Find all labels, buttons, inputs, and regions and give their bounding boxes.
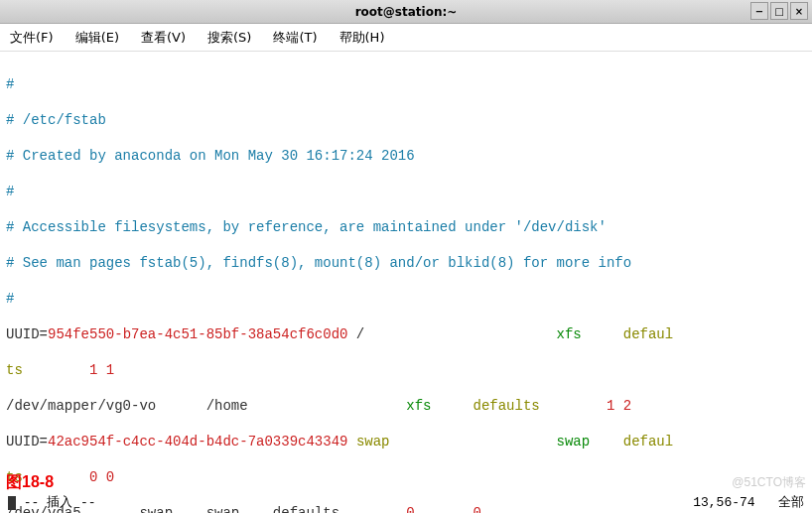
fs-type: xfs (406, 398, 431, 414)
uuid-prefix: UUID= (6, 326, 48, 342)
window-title: root@station:~ (355, 5, 458, 19)
sp (347, 434, 355, 449)
comment-line: # /etc/fstab (6, 111, 806, 129)
menu-file[interactable]: 文件(F) (6, 27, 58, 49)
cursor-position: 13,56-74 (693, 495, 754, 510)
comment-line: # (6, 75, 806, 93)
vim-statusline: -- 插入 -- 13,56-74 全部 (0, 493, 812, 511)
dump-pass: 1 1 (23, 362, 114, 378)
fs-options: defaul (623, 434, 673, 449)
fs-type: xfs (557, 326, 582, 342)
menu-help[interactable]: 帮助(H) (336, 27, 389, 49)
swap-label: swap (356, 434, 390, 449)
comment-line: # See man pages fstab(5), findfs(8), mou… (6, 254, 806, 272)
fstab-line-home: /dev/mapper/vg0-vo /home xfs defaults 1 … (6, 397, 806, 415)
uuid-prefix: UUID= (6, 434, 48, 449)
sp (590, 434, 623, 449)
minimize-button[interactable]: − (750, 2, 768, 20)
fstab-line-root-wrap: ts 1 1 (6, 361, 806, 379)
uuid-value: 954fe550-b7ea-4c51-85bf-38a54cf6c0d0 (48, 326, 347, 342)
dump-pass: 1 2 (540, 398, 631, 414)
comment-line: # (6, 290, 806, 308)
window-controls: − □ × (750, 2, 808, 20)
watermark: @51CTO博客 (732, 474, 806, 491)
terminal-area[interactable]: # # /etc/fstab # Created by anaconda on … (0, 52, 812, 513)
fstab-line-swap: UUID=42ac954f-c4cc-404d-b4dc-7a0339c4334… (6, 433, 806, 450)
fs-type: swap (557, 434, 591, 449)
menu-term[interactable]: 终端(T) (269, 27, 321, 49)
fs-options: defaul (623, 326, 673, 342)
menu-edit[interactable]: 编辑(E) (71, 27, 123, 49)
fs-options: defaults (474, 398, 540, 414)
comment-line: # Accessible filesystems, by reference, … (6, 218, 806, 236)
vim-mode-text: -- 插入 -- (24, 495, 96, 510)
menu-view[interactable]: 查看(V) (137, 27, 190, 49)
device-path: /dev/mapper/vg0-vo /home (6, 398, 406, 414)
menu-search[interactable]: 搜索(S) (203, 27, 255, 49)
comment-line: # Created by anaconda on Mon May 30 16:1… (6, 147, 806, 165)
maximize-button[interactable]: □ (770, 2, 788, 20)
fs-options-wrap: ts (6, 362, 23, 378)
menubar: 文件(F) 编辑(E) 查看(V) 搜索(S) 终端(T) 帮助(H) (0, 24, 812, 52)
file-percent: 全部 (778, 495, 804, 510)
sp (389, 434, 556, 449)
close-button[interactable]: × (790, 2, 808, 20)
uuid-value: 42ac954f-c4cc-404d-b4dc-7a0339c43349 (48, 434, 347, 449)
comment-line: # (6, 183, 806, 200)
mount-point: / (347, 326, 556, 342)
sp (431, 398, 473, 414)
fstab-line-root: UUID=954fe550-b7ea-4c51-85bf-38a54cf6c0d… (6, 325, 806, 343)
fstab-line-swap-wrap: ts 0 0 (6, 468, 806, 486)
titlebar: root@station:~ − □ × (0, 0, 812, 24)
cursor-icon (8, 496, 16, 510)
figure-label: 图18-8 (6, 472, 54, 493)
sp (582, 326, 623, 342)
